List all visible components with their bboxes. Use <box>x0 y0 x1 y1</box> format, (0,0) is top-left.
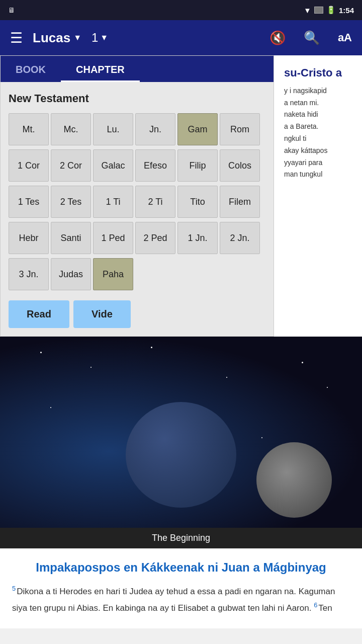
book-grid-row5: 3 Jn. Judas Paha <box>9 258 265 290</box>
book-title-dropdown-icon: ▼ <box>73 33 81 42</box>
book-cell-2ped[interactable]: 2 Ped <box>135 222 175 254</box>
book-cell-mc[interactable]: Mc. <box>51 113 91 145</box>
left-panel: BOOK CHAPTER New Testament Mt. Mc. <box>0 55 274 337</box>
verse-text-5: Dikona a ti Herodes en hari ti Judea ay … <box>12 587 335 613</box>
screen-icon: 🖥 <box>8 6 15 14</box>
verse-body: 5Dikona a ti Herodes en hari ti Judea ay… <box>12 583 350 616</box>
action-buttons: Read Vide <box>9 300 265 328</box>
planet-earth <box>126 402 236 508</box>
dropdown-panel: BOOK CHAPTER New Testament Mt. Mc. <box>0 55 274 337</box>
book-cell-gam[interactable]: Gam <box>177 113 218 145</box>
video-caption-text: The Beginning <box>152 533 210 543</box>
verse-text-6: Ten <box>318 603 332 613</box>
signal-block-icon <box>314 7 323 14</box>
chapter-number-label: 1 <box>92 31 98 45</box>
book-title-label: Lucas <box>33 30 70 46</box>
book-cell-paha[interactable]: Paha <box>93 258 133 290</box>
read-button[interactable]: Read <box>9 300 69 328</box>
book-cell-tito[interactable]: Tito <box>177 186 218 218</box>
book-cell-2ti[interactable]: 2 Ti <box>135 186 175 218</box>
panel-content: New Testament Mt. Mc. Lu. Jn. Gam Rom <box>1 82 274 336</box>
book-cell-judas[interactable]: Judas <box>51 258 91 290</box>
book-cell-1ped[interactable]: 1 Ped <box>93 222 133 254</box>
book-cell-mt[interactable]: Mt. <box>9 113 49 145</box>
verse-number-6: 6 <box>314 601 317 609</box>
book-cell-1tes[interactable]: 1 Tes <box>9 186 49 218</box>
book-cell-santi[interactable]: Santi <box>51 222 91 254</box>
nav-bar: ☰ Lucas ▼ 1 ▼ 🔇 🔍 aA <box>0 20 362 55</box>
lower-heading: Impakapospos en Kákkeenak ni Juan a Mágb… <box>12 560 350 575</box>
wifi-icon: ▼ <box>304 6 311 15</box>
book-grid-row2: 1 Cor 2 Cor Galac Efeso Filip Colos <box>9 149 265 182</box>
space-background <box>0 337 362 528</box>
planet-moon <box>256 442 332 518</box>
book-cell-galac[interactable]: Galac <box>93 149 133 182</box>
book-grid-row4: Hebr Santi 1 Ped 2 Ped 1 Jn. 2 Jn. <box>9 222 265 254</box>
star <box>151 347 152 348</box>
content-partial-text: y i nagsikapid a netan mi. naketa hidi a… <box>284 85 352 181</box>
chapter-dropdown-icon: ▼ <box>100 33 108 42</box>
time-display: 1:54 <box>339 6 354 15</box>
star <box>50 407 51 408</box>
tab-book[interactable]: BOOK <box>1 59 61 82</box>
right-content-panel: su-Cristo a y i nagsikapid a netan mi. n… <box>274 55 362 337</box>
split-content: BOOK CHAPTER New Testament Mt. Mc. <box>0 55 362 337</box>
book-cell-hebr[interactable]: Hebr <box>9 222 49 254</box>
video-caption-bar: The Beginning <box>0 528 362 548</box>
content-partial-heading: su-Cristo a <box>284 65 352 81</box>
lower-content: Impakapospos en Kákkeenak ni Juan a Mágb… <box>0 548 362 628</box>
section-title: New Testament <box>9 92 265 105</box>
search-icon[interactable]: 🔍 <box>304 30 320 46</box>
tab-chapter[interactable]: CHAPTER <box>61 59 140 82</box>
chapter-selector[interactable]: 1 ▼ <box>92 31 108 45</box>
video-area[interactable] <box>0 337 362 528</box>
page-wrapper: 🖥 ▼ 🔋 1:54 ☰ Lucas ▼ 1 ▼ 🔇 🔍 aA <box>0 0 362 628</box>
book-cell-2jn[interactable]: 2 Jn. <box>220 222 260 254</box>
book-grid-row1: Mt. Mc. Lu. Jn. Gam Rom <box>9 113 265 145</box>
book-selector[interactable]: Lucas ▼ <box>33 30 81 46</box>
status-right: ▼ 🔋 1:54 <box>304 6 354 15</box>
status-left: 🖥 <box>8 6 15 14</box>
book-cell-efeso[interactable]: Efeso <box>135 149 175 182</box>
star <box>226 377 227 378</box>
book-cell-1cor[interactable]: 1 Cor <box>9 149 49 182</box>
content-area: BOOK CHAPTER New Testament Mt. Mc. <box>0 55 362 628</box>
book-cell-2cor[interactable]: 2 Cor <box>51 149 91 182</box>
speaker-icon[interactable]: 🔇 <box>269 30 286 46</box>
hamburger-menu-icon[interactable]: ☰ <box>10 30 23 46</box>
star <box>302 362 303 363</box>
book-cell-filip[interactable]: Filip <box>177 149 218 182</box>
book-cell-1ti[interactable]: 1 Ti <box>93 186 133 218</box>
book-cell-jn[interactable]: Jn. <box>135 113 175 145</box>
verse-number-5: 5 <box>12 585 16 592</box>
tab-row: BOOK CHAPTER <box>1 56 274 82</box>
star <box>40 352 42 353</box>
book-cell-3jn[interactable]: 3 Jn. <box>9 258 49 290</box>
book-cell-filem[interactable]: Filem <box>220 186 260 218</box>
book-grid-row3: 1 Tes 2 Tes 1 Ti 2 Ti Tito Filem <box>9 186 265 218</box>
book-cell-colos[interactable]: Colos <box>220 149 260 182</box>
content-top: su-Cristo a y i nagsikapid a netan mi. n… <box>274 55 362 186</box>
battery-icon: 🔋 <box>326 6 336 15</box>
video-button[interactable]: Vide <box>73 300 131 328</box>
book-cell-2tes[interactable]: 2 Tes <box>51 186 91 218</box>
book-cell-rom[interactable]: Rom <box>220 113 260 145</box>
book-cell-lu[interactable]: Lu. <box>93 113 133 145</box>
star <box>327 387 328 388</box>
book-cell-1jn[interactable]: 1 Jn. <box>177 222 218 254</box>
status-bar: 🖥 ▼ 🔋 1:54 <box>0 0 362 20</box>
star <box>90 367 92 368</box>
font-size-icon[interactable]: aA <box>338 31 352 44</box>
star <box>261 437 262 438</box>
